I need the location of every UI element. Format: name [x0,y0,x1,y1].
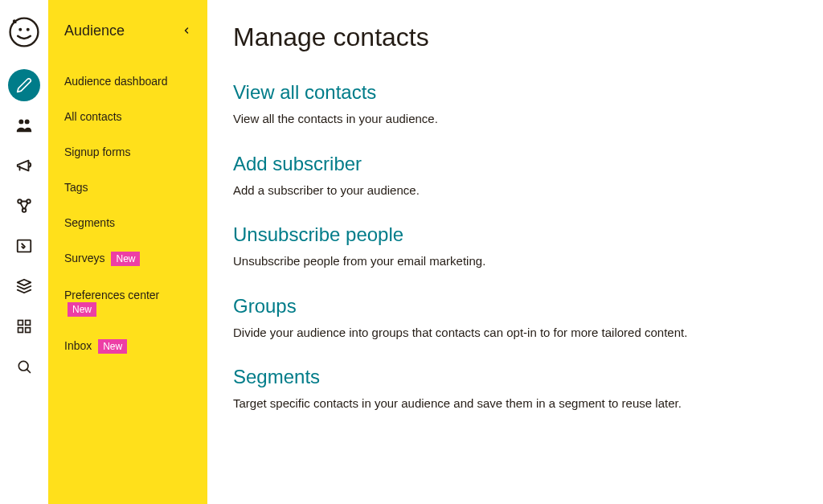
svg-rect-12 [26,328,31,333]
section-desc: Add a subscriber to your audience. [233,182,799,200]
sidebar-item-preferences-center[interactable]: Preferences center New [64,277,191,327]
svg-rect-9 [18,321,23,326]
new-badge: New [68,302,96,317]
svg-point-1 [18,28,22,31]
sidebar: Audience Audience dashboard All contacts… [48,0,207,504]
section-title-link[interactable]: View all contacts [233,81,799,104]
sidebar-item-all-contacts[interactable]: All contacts [64,99,191,134]
rail-content[interactable] [6,270,42,302]
sidebar-item-label: Tags [64,181,88,194]
main-content: Manage contacts View all contacts View a… [207,0,823,504]
rail-integrations[interactable] [6,310,42,342]
new-badge: New [111,252,140,266]
sidebar-item-signup-forms[interactable]: Signup forms [64,134,191,170]
section-title-link[interactable]: Unsubscribe people [233,223,799,246]
section-groups: Groups Divide your audience into groups … [233,295,799,342]
sidebar-item-label: Segments [64,216,115,229]
page-title: Manage contacts [233,23,799,52]
sidebar-header[interactable]: Audience [64,23,191,39]
new-badge: New [98,339,127,354]
audience-icon [15,117,33,134]
section-desc: Divide your audience into groups that co… [233,324,799,342]
sidebar-title: Audience [64,23,125,39]
section-title-link[interactable]: Add subscriber [233,153,799,175]
content-icon [15,277,33,295]
sidebar-item-surveys[interactable]: Surveys New [64,240,191,277]
website-icon [15,237,33,255]
search-icon [16,359,32,375]
section-desc: Target specific contacts in your audienc… [233,395,799,413]
section-add-subscriber: Add subscriber Add a subscriber to your … [233,153,799,200]
rail-search[interactable] [6,350,42,383]
sidebar-item-label: Audience dashboard [64,75,167,88]
sidebar-item-tags[interactable]: Tags [64,170,191,205]
mailchimp-logo-icon [9,17,39,47]
section-title-link[interactable]: Groups [233,295,799,318]
section-segments: Segments Target specific contacts in you… [233,366,799,413]
chevron-left-icon [182,23,191,39]
logo [6,13,42,51]
sidebar-item-label: Inbox [64,339,92,352]
icon-rail [0,0,48,504]
sidebar-item-label: Surveys [64,252,105,264]
section-unsubscribe-people: Unsubscribe people Unsubscribe people fr… [233,223,799,271]
svg-point-3 [18,119,23,124]
sidebar-item-label: All contacts [64,110,122,123]
pencil-icon [16,77,32,93]
megaphone-icon [15,157,33,174]
svg-rect-11 [18,328,23,333]
rail-create[interactable] [8,69,40,101]
svg-point-2 [27,28,30,31]
sidebar-item-segments[interactable]: Segments [64,205,191,240]
grid-icon [16,318,32,334]
section-desc: View all the contacts in your audience. [233,110,799,129]
svg-rect-10 [26,321,31,326]
section-desc: Unsubscribe people from your email marke… [233,252,799,271]
sidebar-item-audience-dashboard[interactable]: Audience dashboard [64,64,191,99]
sidebar-item-label: Preferences center [64,289,159,301]
svg-line-14 [27,369,30,372]
rail-audience[interactable] [6,109,42,141]
rail-website[interactable] [6,230,42,262]
section-title-link[interactable]: Segments [233,366,799,388]
rail-automations[interactable] [6,190,42,222]
sidebar-nav: Audience dashboard All contacts Signup f… [64,64,191,365]
sidebar-item-inbox[interactable]: Inbox New [64,328,191,365]
rail-campaigns[interactable] [6,150,42,182]
svg-point-4 [25,119,30,124]
section-view-all-contacts: View all contacts View all the contacts … [233,81,799,129]
flow-icon [15,197,33,215]
sidebar-item-label: Signup forms [64,145,130,158]
